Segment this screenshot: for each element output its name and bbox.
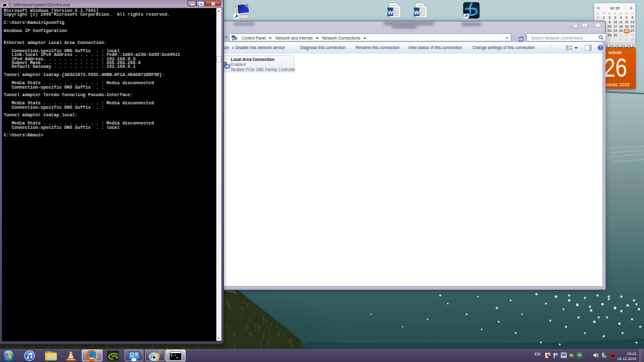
svg-text:C:\: C:\ <box>171 354 177 358</box>
svg-text:?: ? <box>599 45 601 50</box>
svg-text:W: W <box>387 9 393 16</box>
svg-text:W: W <box>414 9 419 16</box>
